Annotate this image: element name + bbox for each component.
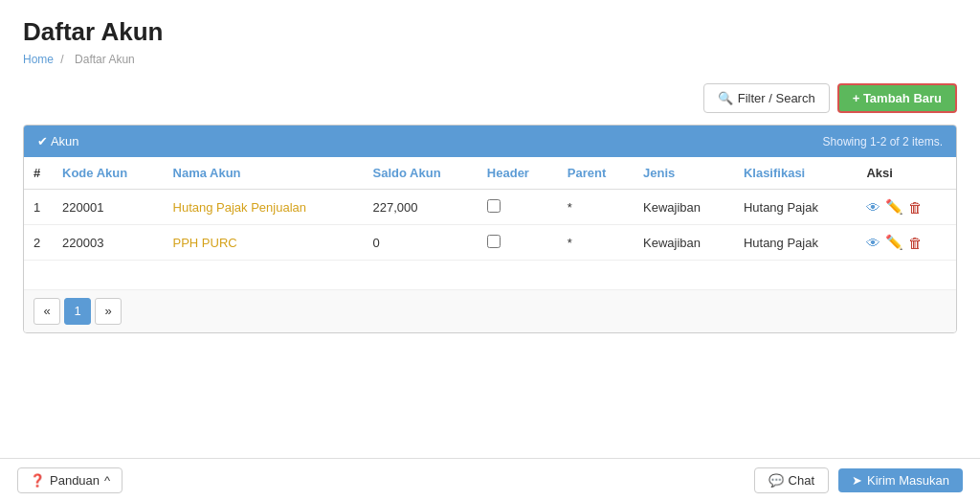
pagination: « 1 » (24, 289, 956, 332)
cell-parent: * (558, 225, 634, 261)
panduan-button[interactable]: ❓ Panduan ^ (17, 467, 122, 493)
empty-row (24, 261, 956, 289)
page-title: Daftar Akun (23, 17, 957, 47)
filter-label: Filter / Search (738, 91, 815, 105)
breadcrumb-separator: / (60, 53, 63, 66)
cell-saldo-akun: 0 (364, 225, 478, 261)
view-icon[interactable]: 👁 (866, 235, 880, 251)
col-kode-akun: Kode Akun (53, 157, 164, 190)
tambah-baru-button[interactable]: + Tambah Baru (837, 83, 957, 113)
table-header-bar: ✔ Akun Showing 1-2 of 2 items. (24, 125, 956, 157)
col-saldo-akun: Saldo Akun (364, 157, 478, 190)
cell-jenis: Kewajiban (634, 225, 734, 261)
data-table: # Kode Akun Nama Akun Saldo Akun Header … (24, 157, 956, 289)
delete-icon[interactable]: 🗑 (908, 199, 923, 216)
cell-no: 1 (24, 190, 53, 225)
breadcrumb-home[interactable]: Home (23, 53, 54, 66)
question-icon: ❓ (30, 473, 45, 488)
kirim-masukan-button[interactable]: ➤ Kirim Masukan (838, 468, 963, 492)
col-jenis: Jenis (634, 157, 734, 190)
cell-nama-akun: PPH PURC (164, 225, 364, 261)
cell-aksi: 👁 ✏️ 🗑 (857, 225, 956, 261)
breadcrumb: Home / Daftar Akun (23, 53, 957, 66)
table-row: 2 220003 PPH PURC 0 * Kewajiban Hutang P… (24, 225, 956, 261)
cell-klasifikasi: Hutang Pajak (734, 225, 858, 261)
action-icons: 👁 ✏️ 🗑 (866, 198, 947, 216)
cell-kode-akun: 220001 (53, 190, 164, 225)
cell-saldo-akun: 227,000 (364, 190, 478, 225)
col-klasifikasi: Klasifikasi (734, 157, 858, 190)
edit-icon[interactable]: ✏️ (885, 198, 903, 216)
toolbar: 🔍 Filter / Search + Tambah Baru (23, 83, 957, 113)
kirim-label: Kirim Masukan (867, 473, 949, 488)
footer-left: ❓ Panduan ^ (17, 467, 122, 493)
view-icon[interactable]: 👁 (866, 199, 880, 216)
prev-page-button[interactable]: « (33, 298, 60, 325)
filter-search-button[interactable]: 🔍 Filter / Search (703, 83, 830, 113)
next-page-button[interactable]: » (95, 298, 122, 325)
cell-kode-akun: 220003 (53, 225, 164, 261)
table-container: ✔ Akun Showing 1-2 of 2 items. # Kode Ak… (23, 125, 957, 333)
cell-klasifikasi: Hutang Pajak (734, 190, 858, 225)
chat-label: Chat (789, 473, 814, 488)
chat-button[interactable]: 💬 Chat (754, 467, 829, 493)
footer-right: 💬 Chat ➤ Kirim Masukan (754, 467, 963, 493)
send-icon: ➤ (852, 473, 862, 488)
col-parent: Parent (558, 157, 634, 190)
col-header: Header (478, 157, 558, 190)
cell-nama-akun: Hutang Pajak Penjualan (164, 190, 364, 225)
col-nama-akun: Nama Akun (164, 157, 364, 190)
delete-icon[interactable]: 🗑 (908, 235, 923, 251)
cell-parent: * (558, 190, 634, 225)
table-title-text: ✔ Akun (37, 134, 79, 148)
cell-no: 2 (24, 225, 53, 261)
footer: ❓ Panduan ^ 💬 Chat ➤ Kirim Masukan (0, 458, 980, 501)
table-row: 1 220001 Hutang Pajak Penjualan 227,000 … (24, 190, 956, 225)
col-aksi: Aksi (857, 157, 956, 190)
chat-icon: 💬 (768, 473, 784, 488)
search-icon: 🔍 (718, 91, 733, 105)
panduan-label: Panduan (50, 473, 100, 488)
page-1-button[interactable]: 1 (64, 298, 91, 325)
header-checkbox[interactable] (487, 235, 501, 248)
breadcrumb-current: Daftar Akun (75, 53, 135, 66)
cell-header (478, 190, 558, 225)
table-header-title: ✔ Akun (37, 134, 79, 148)
action-icons: 👁 ✏️ 🗑 (866, 234, 947, 251)
cell-jenis: Kewajiban (634, 190, 734, 225)
table-showing-text: Showing 1-2 of 2 items. (823, 135, 943, 148)
edit-icon[interactable]: ✏️ (885, 234, 903, 251)
cell-aksi: 👁 ✏️ 🗑 (857, 190, 956, 225)
col-no: # (24, 157, 53, 190)
chevron-up-icon: ^ (104, 473, 110, 488)
table-header-row: # Kode Akun Nama Akun Saldo Akun Header … (24, 157, 956, 190)
tambah-label: + Tambah Baru (853, 91, 942, 105)
header-checkbox[interactable] (487, 199, 501, 213)
cell-header (478, 225, 558, 261)
